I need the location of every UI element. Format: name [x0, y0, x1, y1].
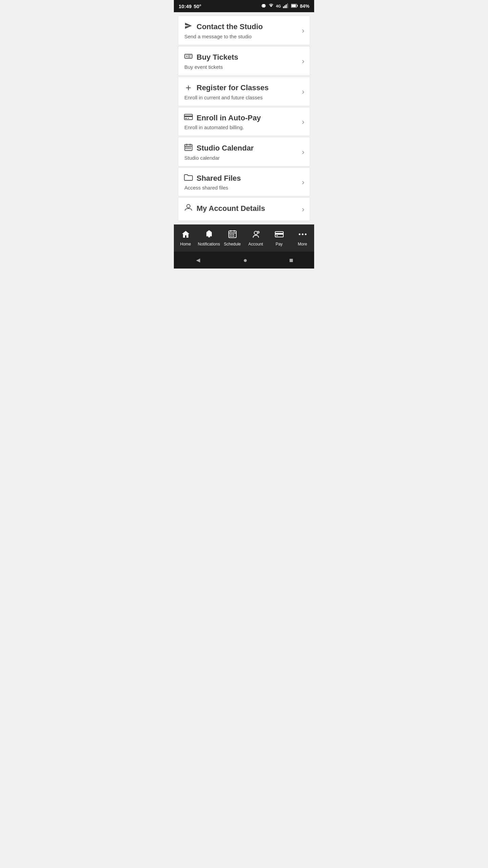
- svg-point-48: [299, 234, 300, 235]
- user-icon: [184, 204, 193, 213]
- menu-item-buy-tickets[interactable]: Buy Tickets Buy event tickets ›: [178, 46, 310, 76]
- system-nav-bar: ◄ ● ■: [174, 252, 314, 269]
- svg-rect-37: [230, 234, 231, 235]
- menu-item-title: Enroll in Auto-Pay: [184, 114, 302, 122]
- menu-item-studio-calendar[interactable]: Studio Calendar Studio calendar ›: [178, 137, 310, 166]
- menu-item-subtitle: Enroll in automated billing.: [184, 124, 302, 130]
- menu-item-content: Contact the Studio Send a message to the…: [184, 22, 302, 39]
- account-icon: [251, 230, 260, 240]
- menu-item-title: Contact the Studio: [184, 22, 302, 32]
- status-time: 10:49: [179, 3, 191, 9]
- svg-rect-42: [233, 236, 234, 237]
- nav-item-pay[interactable]: Pay: [267, 230, 291, 246]
- menu-item-subtitle: Access shared files: [184, 185, 302, 191]
- svg-rect-24: [190, 147, 191, 148]
- menu-item-title: My Account Details: [184, 204, 302, 213]
- svg-rect-23: [188, 147, 189, 148]
- svg-rect-39: [233, 234, 234, 235]
- menu-item-title: Buy Tickets: [184, 53, 302, 62]
- back-button[interactable]: ◄: [195, 256, 202, 264]
- battery-percent: 84%: [300, 3, 309, 9]
- chevron-right-icon: ›: [302, 118, 304, 126]
- svg-rect-0: [262, 4, 265, 7]
- svg-point-29: [187, 204, 190, 208]
- vibrate-icon: [261, 3, 266, 9]
- chevron-right-icon: ›: [302, 26, 304, 35]
- svg-rect-46: [275, 233, 283, 235]
- lte-icon: 4G: [276, 4, 281, 8]
- menu-item-account-details[interactable]: My Account Details ›: [178, 197, 310, 221]
- main-content: Contact the Studio Send a message to the…: [174, 12, 314, 224]
- svg-rect-40: [230, 236, 231, 237]
- menu-item-content: Enroll in Auto-Pay Enroll in automated b…: [184, 114, 302, 130]
- svg-rect-21: [185, 147, 186, 148]
- svg-rect-38: [231, 234, 232, 235]
- svg-rect-47: [276, 235, 278, 236]
- more-icon: [298, 230, 307, 240]
- battery-icon: [291, 3, 298, 9]
- nav-label-schedule: Schedule: [224, 242, 241, 246]
- nav-item-home[interactable]: Home: [174, 230, 197, 246]
- bottom-navigation: Home Notifications: [174, 224, 314, 252]
- svg-rect-26: [187, 148, 188, 149]
- menu-item-subtitle: Send a message to the studio: [184, 34, 302, 39]
- menu-item-contact-studio[interactable]: Contact the Studio Send a message to the…: [178, 16, 310, 45]
- status-bar: 10:49 50° 4G: [174, 0, 314, 12]
- menu-item-auto-pay[interactable]: Enroll in Auto-Pay Enroll in automated b…: [178, 107, 310, 136]
- menu-item-content: + Register for Classes Enroll in current…: [184, 83, 302, 100]
- svg-rect-2: [265, 5, 266, 7]
- pay-icon: [275, 230, 284, 240]
- svg-rect-22: [187, 147, 188, 148]
- menu-item-subtitle: Enroll in current and future classes: [184, 95, 302, 100]
- nav-label-notifications: Notifications: [198, 242, 220, 246]
- menu-item-subtitle: Buy event tickets: [184, 64, 302, 70]
- send-icon: [184, 22, 193, 32]
- svg-marker-3: [270, 5, 272, 7]
- recents-button[interactable]: ■: [289, 256, 293, 264]
- chevron-right-icon: ›: [302, 57, 304, 66]
- menu-item-register-classes[interactable]: + Register for Classes Enroll in current…: [178, 77, 310, 106]
- status-icons: 4G 84%: [261, 3, 309, 9]
- plus-icon: +: [184, 83, 193, 93]
- menu-item-content: Shared Files Access shared files: [184, 174, 302, 191]
- svg-rect-25: [185, 148, 186, 149]
- svg-point-49: [302, 234, 303, 235]
- menu-item-title: Studio Calendar: [184, 143, 302, 153]
- svg-rect-15: [185, 118, 187, 119]
- menu-item-title: + Register for Classes: [184, 83, 302, 93]
- nav-label-pay: Pay: [276, 242, 283, 246]
- svg-rect-6: [286, 4, 287, 8]
- svg-rect-27: [188, 148, 189, 149]
- signal-icon: [283, 3, 289, 9]
- home-button[interactable]: ●: [243, 256, 247, 264]
- svg-rect-1: [262, 5, 262, 7]
- svg-rect-4: [283, 6, 284, 8]
- wifi-icon: [268, 3, 274, 9]
- menu-item-subtitle: Studio calendar: [184, 155, 302, 161]
- menu-item-shared-files[interactable]: Shared Files Access shared files ›: [178, 167, 310, 196]
- svg-point-50: [305, 234, 306, 235]
- svg-rect-32: [208, 236, 210, 237]
- svg-rect-16: [188, 118, 189, 119]
- nav-item-account[interactable]: Account: [244, 230, 267, 246]
- svg-point-12: [186, 56, 187, 57]
- svg-rect-10: [291, 4, 296, 7]
- home-icon: [181, 230, 190, 240]
- nav-label-home: Home: [180, 242, 191, 246]
- chevron-right-icon: ›: [302, 148, 304, 157]
- chevron-right-icon: ›: [302, 87, 304, 96]
- svg-rect-30: [206, 232, 212, 236]
- status-temp: 50°: [194, 3, 201, 9]
- nav-item-schedule[interactable]: Schedule: [221, 230, 244, 246]
- svg-rect-5: [284, 5, 285, 8]
- svg-rect-9: [297, 5, 298, 7]
- menu-item-content: Studio Calendar Studio calendar: [184, 143, 302, 161]
- nav-label-more: More: [298, 242, 307, 246]
- nav-item-more[interactable]: More: [291, 230, 314, 246]
- chevron-right-icon: ›: [302, 205, 304, 214]
- ticket-icon: [184, 53, 193, 62]
- notifications-icon: [205, 230, 214, 240]
- chevron-right-icon: ›: [302, 178, 304, 187]
- nav-item-notifications[interactable]: Notifications: [197, 230, 221, 246]
- svg-rect-41: [231, 236, 232, 237]
